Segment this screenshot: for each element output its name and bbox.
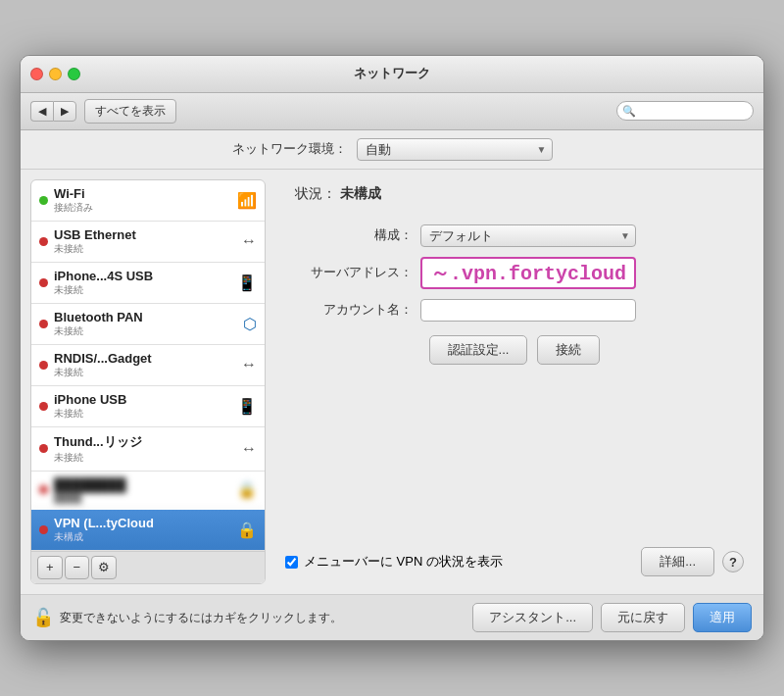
- status-dot-red: [39, 444, 48, 453]
- status-label: 状況：: [295, 185, 336, 201]
- vpn-menubar-checkbox[interactable]: [285, 556, 298, 569]
- assistant-button[interactable]: アシスタント...: [472, 603, 593, 632]
- config-label: 構成：: [295, 226, 413, 244]
- sidebar: Wi-Fi 接続済み 📶 USB Ethernet 未接続 ↔: [30, 179, 266, 584]
- status-line: 状況： 未構成: [275, 179, 754, 207]
- minimize-button[interactable]: [49, 68, 62, 80]
- revert-button[interactable]: 元に戻す: [601, 603, 685, 632]
- detail-right-buttons: 詳細... ?: [641, 547, 744, 576]
- net-name: Wi-Fi: [54, 186, 233, 201]
- search-box: 🔍: [616, 101, 754, 121]
- window-title: ネットワーク: [354, 65, 430, 82]
- content-area: ネットワーク環境： 自動 ▼ Wi-Fi 接続済み: [21, 130, 763, 640]
- show-all-button[interactable]: すべてを表示: [84, 99, 176, 124]
- nav-buttons: ◀ ▶: [30, 101, 76, 122]
- status-value: 未構成: [340, 185, 381, 201]
- list-item-vpn[interactable]: VPN (L...tyCloud 未構成 🔒: [31, 510, 265, 551]
- net-name: VPN (L...tyCloud: [54, 516, 233, 530]
- env-select[interactable]: 自動: [357, 138, 553, 161]
- sidebar-actions: + − ⚙: [31, 551, 265, 583]
- titlebar: ネットワーク: [21, 56, 763, 93]
- server-input[interactable]: [420, 257, 636, 289]
- status-dot-red: [39, 320, 48, 328]
- iphone-usb-icon: 📱: [237, 397, 257, 416]
- detail-panel: 状況： 未構成 構成： デフォルト ▼: [275, 179, 754, 584]
- config-select[interactable]: デフォルト: [420, 224, 636, 247]
- list-item[interactable]: USB Ethernet 未接続 ↔: [31, 222, 265, 263]
- status-dot-red: [39, 278, 48, 287]
- account-row: アカウント名：: [295, 299, 734, 322]
- account-label: アカウント名：: [295, 301, 413, 319]
- footer-bar: 🔓 変更できないようにするにはカギをクリックします。 アシスタント... 元に戻…: [21, 594, 763, 640]
- list-item[interactable]: Bluetooth PAN 未接続 ⬡: [31, 304, 265, 345]
- list-item[interactable]: RNDIS/...Gadget 未接続 ↔: [31, 345, 265, 386]
- net-status: 接続済み: [54, 201, 233, 215]
- status-dot-green: [39, 196, 48, 205]
- apply-button[interactable]: 適用: [693, 603, 752, 632]
- status-dot-red: [39, 485, 48, 494]
- blurred-icon: 🔒: [237, 480, 257, 499]
- maximize-button[interactable]: [68, 68, 80, 80]
- ethernet-icon: ↔: [241, 232, 257, 250]
- footer-buttons: アシスタント... 元に戻す 適用: [472, 603, 752, 632]
- env-bar: ネットワーク環境： 自動 ▼: [21, 130, 763, 170]
- net-status: 未接続: [54, 283, 233, 297]
- list-item[interactable]: iPhone...4S USB 未接続 📱: [31, 263, 265, 304]
- net-name: USB Ethernet: [54, 227, 237, 242]
- thunderbolt-icon: ↔: [241, 440, 257, 458]
- net-status: 未接続: [54, 451, 237, 465]
- search-input[interactable]: [616, 101, 754, 121]
- advanced-button[interactable]: 詳細...: [641, 547, 714, 576]
- toolbar: ◀ ▶ すべてを表示 🔍: [21, 93, 763, 130]
- net-name: Thund...リッジ: [54, 433, 237, 451]
- net-name: iPhone...4S USB: [54, 269, 233, 283]
- bluetooth-icon: ⬡: [243, 315, 257, 333]
- list-item[interactable]: iPhone USB 未接続 📱: [31, 386, 265, 427]
- lock-text: 変更できないようにするにはカギをクリックします。: [60, 610, 342, 626]
- vpn-checkbox-row: メニューバーに VPN の状況を表示 詳細... ?: [275, 539, 754, 584]
- forward-button[interactable]: ▶: [53, 101, 76, 122]
- net-name: iPhone USB: [54, 392, 233, 407]
- rndis-icon: ↔: [241, 356, 257, 373]
- env-select-wrapper: 自動 ▼: [357, 138, 553, 161]
- vpn-menubar-label: メニューバーに VPN の状況を表示: [304, 553, 503, 571]
- auth-settings-button[interactable]: 認証設定...: [429, 335, 528, 365]
- help-button[interactable]: ?: [722, 551, 744, 572]
- net-status: 未構成: [54, 530, 233, 544]
- lock-icon[interactable]: 🔓: [32, 607, 54, 628]
- net-status: 未接続: [54, 242, 237, 256]
- net-status: ████: [54, 492, 233, 503]
- status-dot-red: [39, 237, 48, 246]
- network-list: Wi-Fi 接続済み 📶 USB Ethernet 未接続 ↔: [31, 180, 265, 551]
- iphone-icon: 📱: [237, 273, 257, 292]
- back-button[interactable]: ◀: [30, 101, 53, 122]
- footer-left: 🔓 変更できないようにするにはカギをクリックします。: [32, 607, 342, 628]
- net-status: 未接続: [54, 407, 233, 421]
- status-dot-red: [39, 361, 48, 370]
- server-row: サーバアドレス：: [295, 257, 734, 289]
- close-button[interactable]: [30, 68, 43, 80]
- button-row: 認証設定... 接続: [295, 335, 734, 365]
- gear-button[interactable]: ⚙: [91, 556, 117, 579]
- spacer: [275, 382, 754, 531]
- net-name: ████████: [54, 477, 233, 492]
- main-area: Wi-Fi 接続済み 📶 USB Ethernet 未接続 ↔: [21, 170, 763, 594]
- list-item[interactable]: Thund...リッジ 未接続 ↔: [31, 427, 265, 472]
- net-name: RNDIS/...Gadget: [54, 351, 237, 366]
- status-dot-red: [39, 402, 48, 411]
- window: ネットワーク ◀ ▶ すべてを表示 🔍 ネットワーク環境： 自動 ▼: [20, 55, 764, 641]
- server-label: サーバアドレス：: [295, 264, 413, 281]
- env-label: ネットワーク環境：: [232, 140, 347, 158]
- net-status: 未接続: [54, 324, 239, 338]
- account-input[interactable]: [420, 299, 636, 322]
- list-item[interactable]: Wi-Fi 接続済み 📶: [31, 180, 265, 222]
- form-area: 構成： デフォルト ▼ サーバアドレス：: [275, 215, 754, 374]
- connect-button[interactable]: 接続: [537, 335, 600, 365]
- list-item-blurred[interactable]: ████████ ████ 🔒: [31, 472, 265, 510]
- add-network-button[interactable]: +: [37, 556, 63, 579]
- traffic-lights: [30, 68, 80, 80]
- search-icon: 🔍: [622, 105, 636, 118]
- net-status: 未接続: [54, 366, 237, 379]
- remove-network-button[interactable]: −: [65, 556, 90, 579]
- status-dot-red: [39, 525, 48, 534]
